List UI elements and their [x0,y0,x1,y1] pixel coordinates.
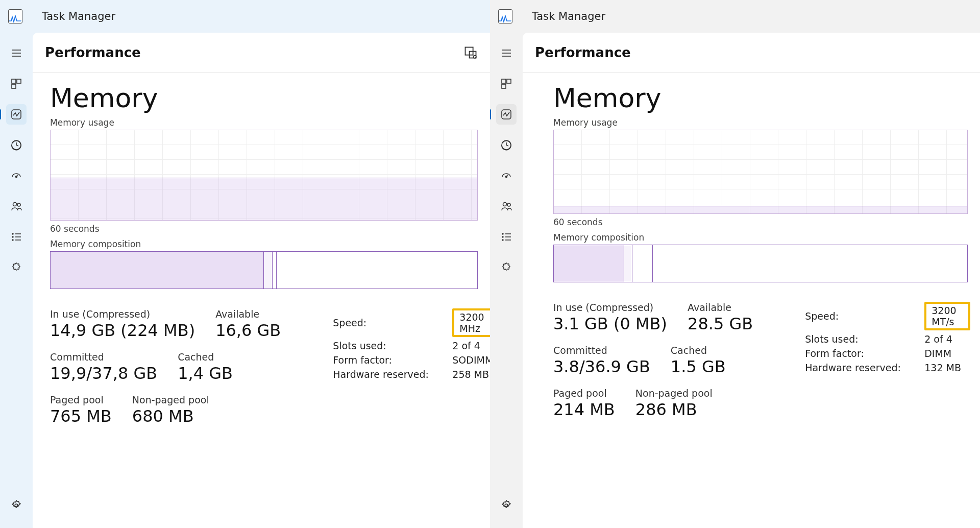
nonpaged-label: Non-paged pool [635,388,713,399]
svg-point-13 [12,236,13,237]
nonpaged-value: 680 MB [132,406,209,426]
formfactor-label: Form factor: [333,354,435,366]
svg-point-36 [502,233,503,234]
svg-point-37 [502,236,503,237]
svg-point-11 [17,203,20,206]
paged-label: Paged pool [553,388,615,399]
app-history-icon[interactable] [6,135,27,155]
cached-label: Cached [178,351,233,363]
inuse-label: In use (Compressed) [50,308,195,320]
committed-value: 19,9/37,8 GB [50,364,157,383]
processes-icon[interactable] [6,74,27,94]
titlebar: Task Manager [0,0,490,33]
slots-label: Slots used: [805,333,907,345]
processes-icon[interactable] [496,74,517,94]
svg-rect-28 [507,79,511,83]
slots-value: 2 of 4 [924,333,970,345]
usage-chart-xaxis: 60 seconds [553,217,968,227]
hamburger-icon[interactable] [6,43,27,63]
content-header: Performance [33,33,490,73]
startup-icon[interactable] [496,165,517,186]
task-manager-logo-icon [8,9,22,23]
content-panel: Performance Memory Memory usage 60 secon… [523,33,980,528]
page-title: Memory [50,83,478,113]
details-icon[interactable] [496,227,517,247]
hwreserved-label: Hardware reserved: [333,369,435,380]
hwreserved-label: Hardware reserved: [805,362,907,373]
speed-label: Speed: [805,310,907,322]
services-icon[interactable] [496,257,517,278]
svg-point-14 [12,239,13,241]
memory-composition-chart [50,251,478,289]
formfactor-value: DIMM [924,348,970,359]
content-panel: Performance Memory Memory usage 60 secon… [33,33,490,528]
memory-composition-chart [553,245,968,282]
startup-icon[interactable] [6,165,27,186]
speed-value: 3200 MHz [452,308,490,337]
available-value: 28.5 GB [688,314,753,333]
window-title: Task Manager [532,10,605,22]
content-header: Performance [523,33,980,73]
slots-value: 2 of 4 [452,340,490,351]
settings-icon[interactable] [6,495,27,516]
cached-value: 1.5 GB [671,357,726,376]
paged-label: Paged pool [50,394,112,405]
memory-usage-chart [50,130,478,221]
cached-label: Cached [671,345,726,356]
usage-chart-label: Memory usage [553,117,968,128]
task-manager-logo-icon [498,9,512,23]
slots-label: Slots used: [333,340,435,351]
page-title: Memory [553,83,968,113]
svg-rect-4 [17,79,21,83]
composition-chart-label: Memory composition [553,232,968,243]
paged-value: 765 MB [50,406,112,426]
window-title: Task Manager [42,10,115,22]
section-title: Performance [535,45,968,60]
composition-chart-label: Memory composition [50,239,478,249]
settings-icon[interactable] [496,495,517,516]
task-manager-window-left: Task Manager Performance Memo [0,0,490,528]
nonpaged-value: 286 MB [635,400,713,419]
committed-label: Committed [553,345,650,356]
formfactor-label: Form factor: [805,348,907,359]
formfactor-value: SODIMM [452,354,490,366]
usage-chart-label: Memory usage [50,117,478,128]
hamburger-icon[interactable] [496,43,517,63]
svg-rect-29 [502,84,506,88]
svg-point-10 [13,203,17,206]
speed-label: Speed: [333,317,435,328]
services-icon[interactable] [6,257,27,278]
svg-rect-5 [12,84,16,88]
performance-icon[interactable] [496,104,517,125]
speed-value: 3200 MT/s [924,302,970,330]
svg-rect-27 [502,79,506,83]
committed-value: 3.8/36.9 GB [553,357,650,376]
svg-point-12 [12,233,13,234]
nav-rail [0,33,33,528]
users-icon[interactable] [496,196,517,217]
nav-rail [490,33,523,528]
committed-label: Committed [50,351,157,363]
svg-point-34 [503,203,507,206]
usage-chart-xaxis: 60 seconds [50,224,478,234]
paged-value: 214 MB [553,400,615,419]
users-icon[interactable] [6,196,27,217]
available-value: 16,6 GB [215,321,281,340]
titlebar: Task Manager [490,0,980,33]
section-title: Performance [45,45,463,60]
hwreserved-value: 258 MB [452,369,490,380]
task-manager-window-right: Task Manager Performance Memory [490,0,980,528]
available-label: Available [215,308,281,320]
app-history-icon[interactable] [496,135,517,155]
inuse-value: 3.1 GB (0 MB) [553,314,667,333]
memory-usage-chart [553,130,968,214]
svg-point-38 [502,239,503,241]
details-icon[interactable] [6,227,27,247]
svg-point-35 [507,203,510,206]
svg-rect-3 [12,79,16,83]
inuse-value: 14,9 GB (224 MB) [50,321,195,340]
performance-icon[interactable] [6,104,27,125]
nonpaged-label: Non-paged pool [132,394,209,405]
run-new-task-icon[interactable] [463,45,478,60]
hwreserved-value: 132 MB [924,362,970,373]
